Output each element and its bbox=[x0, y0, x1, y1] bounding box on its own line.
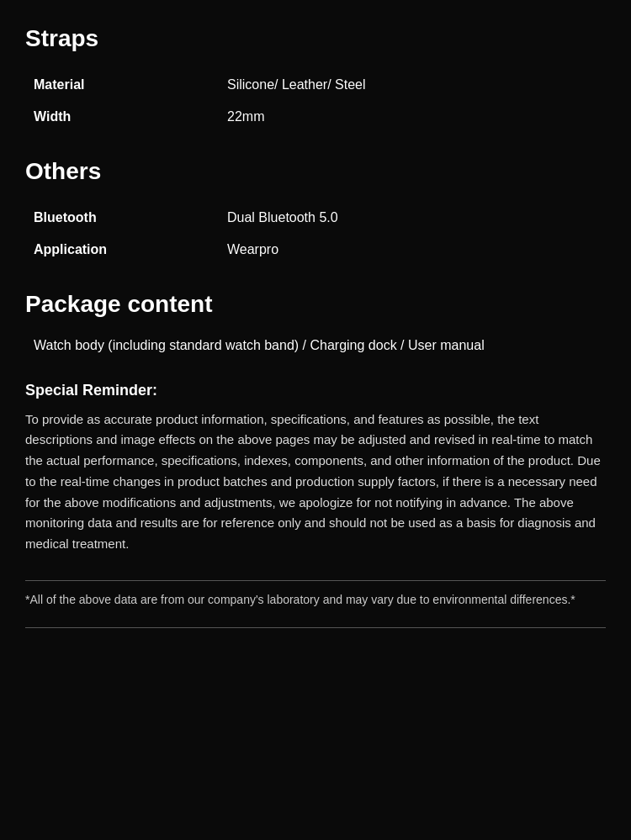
application-label: Application bbox=[25, 242, 227, 257]
footer-divider-top bbox=[25, 580, 606, 581]
straps-material-label: Material bbox=[25, 77, 227, 92]
bluetooth-value: Dual Bluetooth 5.0 bbox=[227, 210, 338, 225]
special-reminder-title: Special Reminder: bbox=[25, 382, 606, 399]
footer-divider-bottom bbox=[25, 627, 606, 628]
straps-table: Material Silicone/ Leather/ Steel Width … bbox=[25, 69, 606, 133]
bluetooth-label: Bluetooth bbox=[25, 210, 227, 225]
application-row: Application Wearpro bbox=[25, 234, 606, 266]
application-value: Wearpro bbox=[227, 242, 278, 257]
straps-title: Straps bbox=[25, 25, 606, 52]
straps-section: Straps Material Silicone/ Leather/ Steel… bbox=[25, 25, 606, 133]
straps-width-value: 22mm bbox=[227, 109, 264, 124]
others-section: Others Bluetooth Dual Bluetooth 5.0 Appl… bbox=[25, 158, 606, 266]
package-section: Package content Watch body (including st… bbox=[25, 291, 606, 357]
straps-width-row: Width 22mm bbox=[25, 101, 606, 133]
others-title: Others bbox=[25, 158, 606, 185]
special-reminder-text: To provide as accurate product informati… bbox=[25, 409, 606, 555]
others-table: Bluetooth Dual Bluetooth 5.0 Application… bbox=[25, 202, 606, 266]
special-reminder-section: Special Reminder: To provide as accurate… bbox=[25, 382, 606, 555]
package-title: Package content bbox=[25, 291, 606, 318]
straps-material-value: Silicone/ Leather/ Steel bbox=[227, 77, 366, 92]
bluetooth-row: Bluetooth Dual Bluetooth 5.0 bbox=[25, 202, 606, 234]
footer-text: *All of the above data are from our comp… bbox=[25, 591, 606, 617]
package-content-text: Watch body (including standard watch ban… bbox=[25, 335, 606, 357]
straps-material-row: Material Silicone/ Leather/ Steel bbox=[25, 69, 606, 101]
straps-width-label: Width bbox=[25, 109, 227, 124]
